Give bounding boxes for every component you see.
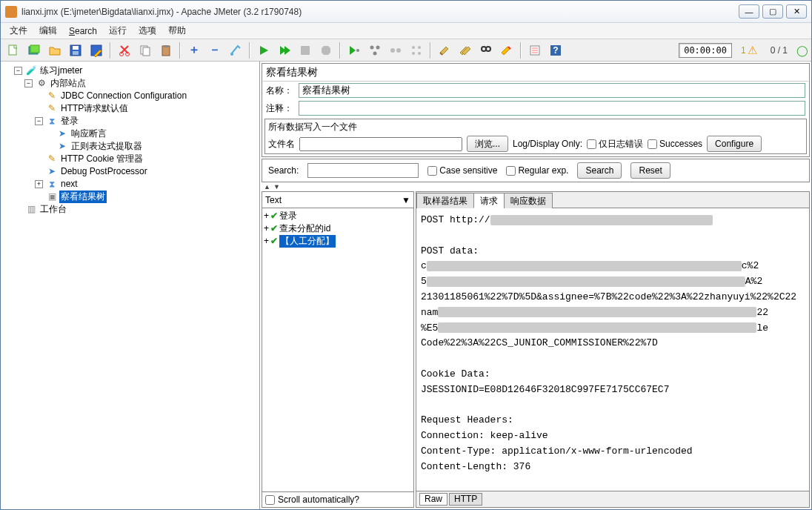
results-list[interactable]: +✔登录 +✔查未分配的id +✔【人工分配】: [262, 208, 413, 491]
tab-response[interactable]: 响应数据: [504, 193, 553, 208]
separator: [339, 42, 341, 59]
tab-http[interactable]: HTTP: [449, 493, 482, 506]
remote-stop-button[interactable]: [386, 41, 405, 60]
new-button[interactable]: [4, 41, 23, 60]
renderer-dropdown[interactable]: Text▼: [262, 192, 413, 208]
close-button[interactable]: ✕: [786, 4, 807, 19]
splitter-handles[interactable]: ▲▼: [261, 183, 811, 191]
tab-sampler[interactable]: 取样器结果: [416, 193, 474, 208]
configure-button[interactable]: Configure: [707, 136, 762, 152]
remote-start-button[interactable]: [345, 41, 364, 60]
svg-rect-0: [9, 45, 16, 55]
regex-checkbox[interactable]: Regular exp.: [506, 165, 568, 176]
separator: [110, 42, 111, 59]
result-item[interactable]: +✔查未分配的id: [264, 222, 412, 235]
clear-all-button[interactable]: [456, 41, 475, 60]
menu-help[interactable]: 帮助: [164, 23, 190, 39]
tree-debug[interactable]: ➤Debug PostProcessor: [33, 165, 258, 178]
svg-point-13: [230, 53, 233, 56]
tree-regex[interactable]: ➤正则表达式提取器: [44, 140, 258, 153]
maximize-button[interactable]: ▢: [762, 4, 783, 19]
successes-checkbox[interactable]: Successes: [648, 139, 702, 149]
menu-edit[interactable]: 编辑: [35, 23, 61, 39]
errors-only-checkbox[interactable]: 仅日志错误: [587, 138, 643, 150]
result-item[interactable]: +✔登录: [264, 210, 412, 222]
function-helper-button[interactable]: [525, 41, 545, 60]
result-item[interactable]: +✔【人工分配】: [264, 235, 412, 248]
detail-panel: 取样器结果 请求 响应数据 POST http:// POST data: cc…: [416, 191, 810, 508]
toggle-button[interactable]: [226, 41, 245, 60]
tree-assertion[interactable]: ➤响应断言: [44, 128, 258, 140]
svg-point-24: [418, 52, 421, 55]
tree-thread-group[interactable]: −⚙内部站点: [23, 77, 258, 90]
titlebar: lianxi.jmx (E:\jmeter\Bigdata\lianxi.jmx…: [1, 1, 811, 23]
start-button[interactable]: [254, 41, 273, 60]
menu-options[interactable]: 选项: [134, 23, 161, 39]
collapse-button[interactable]: －: [205, 41, 224, 60]
tree-http-defaults[interactable]: ✎HTTP请求默认值: [33, 102, 258, 115]
search-button[interactable]: Search: [577, 162, 622, 179]
tree-view-results[interactable]: ▣察看结果树: [33, 191, 258, 203]
stop-button[interactable]: [296, 41, 315, 60]
tree-next[interactable]: +⧗next: [33, 178, 258, 191]
tab-request[interactable]: 请求: [473, 193, 505, 208]
test-plan-tree[interactable]: −🧪练习jmeter −⚙内部站点 ✎JDBC Connection Confi…: [1, 62, 260, 509]
tree-login[interactable]: −⧗登录: [33, 115, 258, 128]
remote-start-all-button[interactable]: [365, 41, 385, 60]
thread-count: 0 / 1: [771, 45, 788, 56]
window-title: lianxi.jmx (E:\jmeter\Bigdata\lianxi.jmx…: [21, 7, 302, 17]
case-checkbox[interactable]: Case sensitive: [427, 165, 497, 176]
file-label: 文件名: [268, 138, 295, 150]
svg-point-15: [356, 49, 359, 52]
svg-point-17: [376, 45, 380, 49]
separator: [179, 42, 181, 59]
svg-point-22: [418, 46, 421, 49]
tree-workbench[interactable]: ▥工作台: [13, 203, 258, 216]
separator: [430, 42, 431, 59]
toolbar: ＋ － ? 00:00:00 1 ⚠ 0 / 1 ◯: [1, 39, 811, 62]
reset-button[interactable]: Reset: [630, 162, 670, 179]
cut-button[interactable]: [115, 41, 134, 60]
copy-button[interactable]: [136, 41, 155, 60]
reset-search-button[interactable]: [497, 41, 516, 60]
menu-run[interactable]: 运行: [104, 23, 131, 39]
separator: [249, 42, 250, 59]
tree-root[interactable]: −🧪练习jmeter: [13, 64, 258, 77]
elapsed-time: 00:00:00: [679, 43, 732, 58]
svg-rect-14: [301, 46, 310, 55]
tree-jdbc[interactable]: ✎JDBC Connection Configuration: [33, 90, 258, 102]
browse-button[interactable]: 浏览...: [467, 136, 508, 152]
menu-file[interactable]: 文件: [5, 23, 32, 39]
expand-button[interactable]: ＋: [184, 41, 204, 60]
svg-rect-5: [73, 51, 79, 55]
menu-search[interactable]: Search: [64, 24, 102, 38]
open-button[interactable]: [45, 41, 64, 60]
start-no-pause-button[interactable]: [275, 41, 294, 60]
scroll-auto-checkbox[interactable]: Scroll automatically?: [262, 491, 413, 507]
templates-button[interactable]: [24, 41, 44, 60]
help-button[interactable]: ?: [546, 41, 565, 60]
clear-button[interactable]: [435, 41, 454, 60]
search-input[interactable]: [307, 163, 419, 178]
file-input[interactable]: [299, 137, 462, 151]
svg-rect-2: [30, 45, 39, 53]
comment-input[interactable]: [299, 101, 805, 116]
paste-button[interactable]: [156, 41, 176, 60]
separator: [520, 42, 522, 59]
tab-raw[interactable]: Raw: [419, 493, 447, 506]
search-tree-button[interactable]: [476, 41, 496, 60]
warn-count: 1: [741, 45, 746, 56]
svg-point-16: [370, 45, 374, 49]
save-button[interactable]: [66, 41, 85, 60]
minimize-button[interactable]: —: [739, 4, 759, 19]
name-input[interactable]: [299, 83, 805, 98]
search-label: Search:: [268, 165, 299, 176]
remote-shutdown-button[interactable]: [407, 41, 426, 60]
request-body[interactable]: POST http:// POST data: cc%2 5A%2 213011…: [416, 208, 809, 491]
logonly-label: Log/Display Only:: [513, 139, 582, 149]
chevron-down-icon: ▼: [402, 195, 410, 205]
tree-cookie-mgr[interactable]: ✎HTTP Cookie 管理器: [33, 153, 258, 165]
svg-point-19: [390, 48, 395, 53]
save-as-button[interactable]: [87, 41, 106, 60]
shutdown-button[interactable]: [316, 41, 336, 60]
